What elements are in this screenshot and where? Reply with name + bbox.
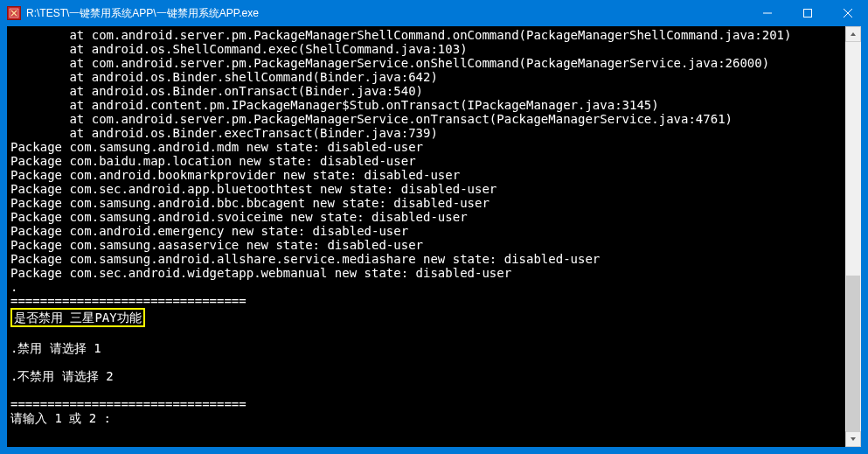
svg-rect-1 — [804, 10, 812, 17]
console-line: at android.os.Binder.execTransact(Binder… — [10, 126, 842, 140]
console-line: .不禁用 请选择 2 — [10, 369, 842, 383]
console-line — [10, 355, 842, 369]
app-window: R:\TEST\一键禁用系统APP\一键禁用系统APP.exe at com.a… — [0, 0, 868, 454]
scrollbar-track[interactable] — [845, 42, 861, 431]
titlebar-left: R:\TEST\一键禁用系统APP\一键禁用系统APP.exe — [0, 6, 259, 21]
console-line: Package com.samsung.android.allshare.ser… — [10, 252, 842, 266]
console-line — [10, 383, 842, 397]
scroll-down-button[interactable] — [845, 431, 861, 447]
console-wrapper: at com.android.server.pm.PackageManagerS… — [7, 26, 861, 447]
console-line: at com.android.server.pm.PackageManagerS… — [10, 28, 842, 42]
console-line: Package com.android.emergency new state:… — [10, 224, 842, 238]
console-line: . — [10, 280, 842, 294]
console-line: Package com.android.bookmarkprovider new… — [10, 168, 842, 182]
console-line: Package com.samsung.aasaservice new stat… — [10, 238, 842, 252]
console-line: Package com.samsung.android.bbc.bbcagent… — [10, 196, 842, 210]
prompt-highlight: 是否禁用 三星PAY功能 — [10, 308, 145, 327]
console-line: at android.os.Binder.onTransact(Binder.j… — [10, 84, 842, 98]
minimize-button[interactable] — [747, 0, 788, 26]
console-line: at android.os.ShellCommand.exec(ShellCom… — [10, 42, 842, 56]
console-line: 请输入 1 或 2 : — [10, 411, 842, 425]
console-line: Package com.sec.android.widgetapp.webman… — [10, 266, 842, 280]
close-button[interactable] — [828, 0, 868, 26]
scrollbar-thumb[interactable] — [846, 276, 860, 431]
maximize-button[interactable] — [788, 0, 828, 26]
scroll-up-button[interactable] — [845, 26, 861, 42]
scrollbar[interactable] — [845, 26, 861, 447]
console-line: .禁用 请选择 1 — [10, 341, 842, 355]
console-line: at com.android.server.pm.PackageManagerS… — [10, 56, 842, 70]
console-line: at com.android.server.pm.PackageManagerS… — [10, 112, 842, 126]
console-line: at android.content.pm.IPackageManager$St… — [10, 98, 842, 112]
console-line: at android.os.Binder.shellCommand(Binder… — [10, 70, 842, 84]
console-line: Package com.samsung.android.mdm new stat… — [10, 140, 842, 154]
console-line: ================================ — [10, 397, 842, 411]
app-icon — [7, 6, 21, 20]
console-line: ================================ — [10, 294, 842, 308]
window-title: R:\TEST\一键禁用系统APP\一键禁用系统APP.exe — [26, 6, 259, 21]
console-line: Package com.samsung.android.svoiceime ne… — [10, 210, 842, 224]
titlebar[interactable]: R:\TEST\一键禁用系统APP\一键禁用系统APP.exe — [0, 0, 868, 26]
console-line — [10, 327, 842, 341]
console-output[interactable]: at com.android.server.pm.PackageManagerS… — [7, 26, 845, 447]
window-controls — [747, 0, 868, 26]
console-line: Package com.sec.android.app.bluetoothtes… — [10, 182, 842, 196]
console-line: Package com.baidu.map.location new state… — [10, 154, 842, 168]
console-highlight-line: 是否禁用 三星PAY功能 — [10, 308, 842, 327]
